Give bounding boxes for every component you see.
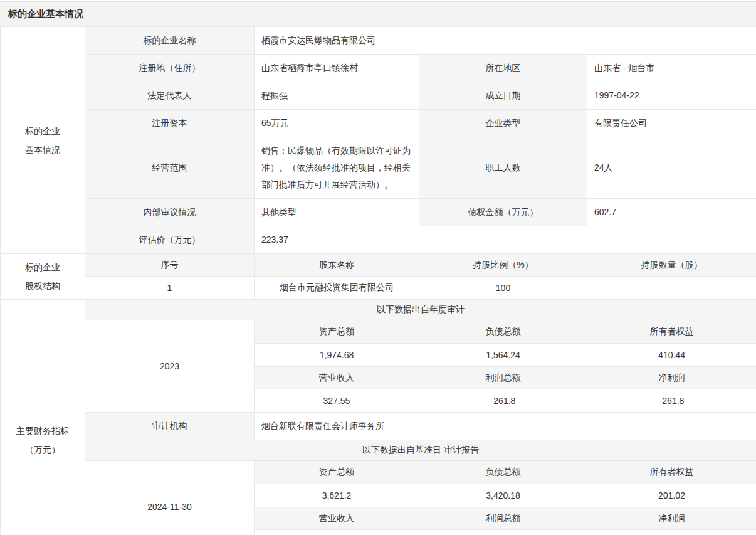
header-owner-equity-base: 所有者权益 bbox=[587, 461, 756, 484]
page: 标的企业基本情况 标的企业 基本情况 标的企业名称 栖霞市安达民爆物品有限公司 … bbox=[0, 1, 756, 535]
value-registered-address: 山东省栖霞市亭口镇徐村 bbox=[255, 55, 419, 82]
label-registered-address: 注册地（住所） bbox=[85, 55, 255, 82]
label-appraisal-price: 评估价（万元） bbox=[85, 226, 255, 254]
equity-row-shareholder-name: 烟台市元融投资集团有限公司 bbox=[255, 277, 419, 300]
value-enterprise-type: 有限责任公司 bbox=[587, 110, 756, 137]
value-audit-agency-annual: 烟台新联有限责任会计师事务所 bbox=[255, 413, 756, 440]
financial-period-2023: 2023 bbox=[85, 320, 255, 413]
equity-row-share-count bbox=[587, 277, 756, 300]
header-total-profit: 利润总额 bbox=[419, 367, 587, 389]
financial-period-base-date: 2024-11-30 bbox=[85, 461, 255, 535]
label-legal-representative: 法定代表人 bbox=[85, 82, 255, 110]
equity-row: 1 烟台市元融投资集团有限公司 100 bbox=[1, 277, 756, 300]
header-operating-revenue: 营业收入 bbox=[255, 367, 419, 389]
label-employee-count: 职工人数 bbox=[419, 137, 587, 199]
section-label-financial-indicators: 主要财务指标 （万元） bbox=[1, 300, 85, 535]
section-label-basic-info-line1: 标的企业 bbox=[1, 122, 84, 140]
value-net-profit-2023: -261.8 bbox=[587, 389, 756, 413]
header-total-assets: 资产总额 bbox=[255, 320, 419, 344]
section-title-bar: 标的企业基本情况 bbox=[0, 1, 756, 26]
label-enterprise-type: 企业类型 bbox=[419, 110, 587, 137]
equity-header-index: 序号 bbox=[85, 254, 255, 277]
financial-note-annual-audit: 以下数据出自年度审计 bbox=[85, 300, 756, 320]
equity-row-index: 1 bbox=[85, 277, 255, 300]
header-total-liabilities-base: 负债总额 bbox=[419, 461, 587, 484]
equity-header-share-count: 持股数量（股） bbox=[587, 254, 756, 277]
label-establish-date: 成立日期 bbox=[419, 82, 587, 110]
value-establish-date: 1997-04-22 bbox=[587, 82, 756, 110]
label-region: 所在地区 bbox=[419, 55, 587, 82]
value-legal-representative: 程振强 bbox=[255, 82, 419, 110]
label-company-name: 标的企业名称 bbox=[85, 27, 255, 55]
value-company-name: 栖霞市安达民爆物品有限公司 bbox=[255, 27, 756, 55]
value-owner-equity-2023: 410.44 bbox=[587, 344, 756, 367]
header-total-profit-base: 利润总额 bbox=[419, 507, 587, 530]
label-audit-agency-annual: 审计机构 bbox=[85, 413, 255, 440]
value-creditor-amount: 602.7 bbox=[587, 199, 756, 226]
value-internal-review: 其他类型 bbox=[255, 199, 419, 226]
value-net-profit-base: -209.42 bbox=[587, 530, 756, 535]
value-business-scope: 销售：民爆物品（有效期限以许可证为准）。（依法须经批准的项目，经相关部门批准后方… bbox=[255, 137, 419, 199]
label-registered-capital: 注册资本 bbox=[85, 110, 255, 137]
value-appraisal-price: 223.37 bbox=[255, 226, 756, 254]
label-creditor-amount: 债权金额（万元） bbox=[419, 199, 587, 226]
equity-row-share-ratio: 100 bbox=[419, 277, 587, 300]
value-total-assets-2023: 1,974.68 bbox=[255, 344, 419, 367]
label-internal-review: 内部审议情况 bbox=[85, 199, 255, 226]
value-operating-revenue-base: 690.96 bbox=[255, 530, 419, 535]
value-employee-count: 24人 bbox=[587, 137, 756, 199]
section-label-equity-line1: 标的企业 bbox=[1, 258, 84, 277]
value-total-assets-base: 3,621.2 bbox=[255, 484, 419, 507]
value-operating-revenue-2023: 327.55 bbox=[255, 389, 419, 413]
value-total-profit-base: -209.42 bbox=[419, 530, 587, 535]
section-label-basic-info: 标的企业 基本情况 bbox=[1, 27, 85, 254]
header-operating-revenue-base: 营业收入 bbox=[255, 507, 419, 530]
header-owner-equity: 所有者权益 bbox=[587, 320, 756, 344]
value-owner-equity-base: 201.02 bbox=[587, 484, 756, 507]
section-label-basic-info-line2: 基本情况 bbox=[1, 140, 84, 159]
equity-header-share-ratio: 持股比例（%） bbox=[419, 254, 587, 277]
equity-header-shareholder-name: 股东名称 bbox=[255, 254, 419, 277]
header-total-assets-base: 资产总额 bbox=[255, 461, 419, 484]
header-net-profit: 净利润 bbox=[587, 367, 756, 389]
page-title: 标的企业基本情况 bbox=[8, 8, 83, 20]
value-total-profit-2023: -261.8 bbox=[419, 389, 587, 413]
section-label-equity-line2: 股权结构 bbox=[1, 277, 84, 295]
financial-note-base-date-audit: 以下数据出自基准日 审计报告 bbox=[85, 440, 756, 461]
company-info-table: 标的企业 基本情况 标的企业名称 栖霞市安达民爆物品有限公司 注册地（住所） 山… bbox=[0, 26, 756, 535]
header-net-profit-base: 净利润 bbox=[587, 507, 756, 530]
value-total-liabilities-base: 3,420.18 bbox=[419, 484, 587, 507]
value-total-liabilities-2023: 1,564.24 bbox=[419, 344, 587, 367]
header-total-liabilities: 负债总额 bbox=[419, 320, 587, 344]
section-label-financial-line2: （万元） bbox=[1, 440, 84, 459]
label-business-scope: 经营范围 bbox=[85, 137, 255, 199]
section-label-equity-structure: 标的企业 股权结构 bbox=[1, 254, 85, 300]
section-label-financial-line1: 主要财务指标 bbox=[1, 421, 84, 440]
value-region: 山东省 - 烟台市 bbox=[587, 55, 756, 82]
value-registered-capital: 65万元 bbox=[255, 110, 419, 137]
